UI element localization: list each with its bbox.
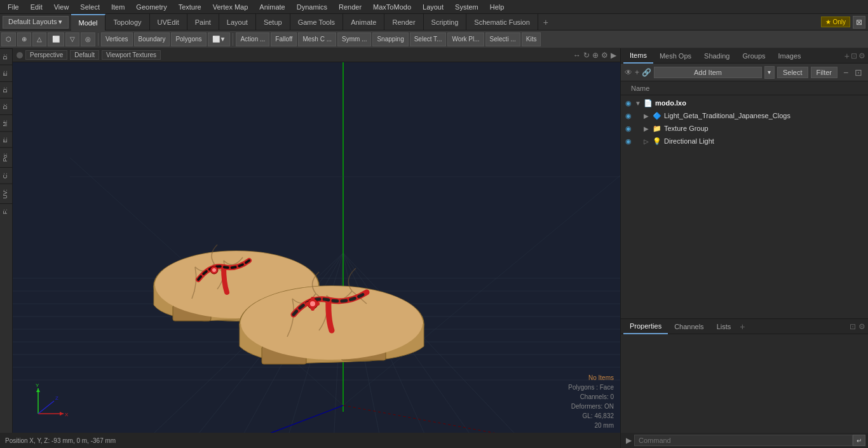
- viewport-settings-icon[interactable]: ⚙: [601, 51, 608, 60]
- viewport-textures-label[interactable]: Viewport Textures: [102, 50, 161, 60]
- menu-item-texture[interactable]: Texture: [173, 2, 207, 12]
- layout-tab-add[interactable]: +: [538, 15, 553, 29]
- star-only-button[interactable]: ★ Only: [821, 17, 850, 27]
- tab-items[interactable]: Items: [623, 48, 653, 64]
- layout-tab-scripting[interactable]: Scripting: [424, 14, 467, 31]
- tree-item-geta[interactable]: ◉ ▶ 🔷 Light_Geta_Traditional_Japanese_Cl…: [621, 109, 868, 122]
- filter-button[interactable]: Filter: [811, 67, 837, 78]
- viewport-zoom-icon[interactable]: ⊕: [592, 51, 599, 60]
- layout-tab-uvedit[interactable]: UVEdit: [150, 14, 187, 31]
- layout-tab-paint[interactable]: Paint: [187, 14, 219, 31]
- tree-item-modo-lxo[interactable]: ◉ ▼ 📄 modo.lxo: [621, 97, 868, 109]
- sidebar-tab-1[interactable]: E:: [0, 65, 12, 81]
- viewport-rotate-icon[interactable]: ↻: [583, 51, 590, 60]
- viewport-play-icon[interactable]: ▶: [611, 51, 616, 60]
- prop-expand-icon[interactable]: ⊡: [850, 322, 856, 331]
- tab-groups[interactable]: Groups: [736, 48, 771, 64]
- tree-add-icon[interactable]: +: [635, 68, 639, 77]
- sidebar-tab-5[interactable]: E:: [0, 132, 12, 148]
- tree-eye-modo[interactable]: ◉: [623, 98, 634, 108]
- panel-expand-icon[interactable]: ⊡: [851, 51, 857, 60]
- command-input[interactable]: [634, 435, 853, 446]
- layout-dropdown[interactable]: Default Layouts ▾: [3, 16, 69, 29]
- viewport-fit-icon[interactable]: ↔: [573, 51, 581, 60]
- viewport[interactable]: Perspective Default Viewport Textures ↔ …: [13, 48, 620, 433]
- layout-tab-schematic-fusion[interactable]: Schematic Fusion: [466, 14, 538, 31]
- command-submit[interactable]: ↵: [853, 435, 865, 446]
- vertex-mode[interactable]: ▽: [65, 32, 79, 46]
- tree-eye-toggle[interactable]: 👁: [625, 68, 632, 77]
- select-button[interactable]: Select: [777, 67, 808, 78]
- tree-expand-light[interactable]: ▷: [644, 138, 651, 145]
- layout-expand-icon[interactable]: ⊠: [853, 16, 865, 29]
- layout-tab-model[interactable]: Model: [71, 14, 106, 31]
- default-label[interactable]: Default: [70, 50, 99, 60]
- prop-tab-lists[interactable]: Lists: [710, 319, 738, 334]
- tab-mesh-ops[interactable]: Mesh Ops: [653, 48, 698, 64]
- menu-item-geometry[interactable]: Geometry: [131, 2, 172, 12]
- layout-tab-setup[interactable]: Setup: [256, 14, 290, 31]
- panel-settings-icon[interactable]: ⚙: [858, 51, 865, 60]
- sidebar-tab-7[interactable]: C:: [0, 167, 12, 184]
- polygon-mode[interactable]: △: [32, 32, 46, 46]
- menu-item-layout[interactable]: Layout: [417, 2, 449, 12]
- sidebar-tab-8[interactable]: UV:: [0, 184, 12, 204]
- vertices-btn[interactable]: Vertices: [101, 32, 133, 46]
- perspective-label[interactable]: Perspective: [25, 50, 67, 60]
- menu-item-item[interactable]: Item: [106, 2, 130, 12]
- tree-eye-geta[interactable]: ◉: [623, 111, 634, 121]
- tree-eye-light[interactable]: ◉: [623, 136, 634, 146]
- add-item-button[interactable]: Add Item: [654, 67, 762, 78]
- scene-tree[interactable]: ◉ ▼ 📄 modo.lxo ◉ ▶ 🔷 Light_Geta_Traditio…: [621, 95, 868, 318]
- selection-btn[interactable]: Selecti ...: [485, 32, 520, 46]
- edge-mode[interactable]: ⬜: [48, 32, 64, 46]
- prop-settings-icon[interactable]: ⚙: [858, 322, 865, 331]
- tree-expand-texture[interactable]: ▶: [644, 125, 651, 132]
- tree-eye-texture[interactable]: ◉: [623, 123, 634, 133]
- menu-item-system[interactable]: System: [450, 2, 484, 12]
- layout-tab-layout[interactable]: Layout: [219, 14, 256, 31]
- select-mode[interactable]: ⬡: [1, 32, 16, 46]
- sidebar-tab-4[interactable]: M:: [0, 114, 12, 132]
- menu-item-animate[interactable]: Animate: [254, 2, 290, 12]
- sidebar-tab-0[interactable]: D:: [0, 48, 12, 65]
- item-mode[interactable]: ◎: [81, 32, 95, 46]
- layout-tab-render[interactable]: Render: [384, 14, 423, 31]
- layout-tab-animate[interactable]: Animate: [343, 14, 384, 31]
- mesh-constraint-btn[interactable]: Mesh C ...: [298, 32, 336, 46]
- menu-item-help[interactable]: Help: [485, 2, 510, 12]
- menu-item-maxtomodo[interactable]: MaxToModo: [368, 2, 416, 12]
- kits-btn[interactable]: Kits: [522, 32, 541, 46]
- poly-dropdown[interactable]: ⬜▼: [208, 32, 231, 46]
- panel-minus-icon[interactable]: −: [840, 67, 851, 78]
- layout-tab-game-tools[interactable]: Game Tools: [290, 14, 344, 31]
- prop-tab-channels[interactable]: Channels: [668, 319, 710, 334]
- viewport-toggle-dot[interactable]: [17, 52, 23, 58]
- tree-item-light[interactable]: ◉ ▷ 💡 Directional Light: [621, 135, 868, 147]
- menu-item-select[interactable]: Select: [75, 2, 105, 12]
- menu-item-view[interactable]: View: [49, 2, 74, 12]
- falloff-btn[interactable]: Falloff: [271, 32, 297, 46]
- prop-tab-add[interactable]: +: [740, 322, 745, 332]
- tree-expand-geta[interactable]: ▶: [644, 112, 651, 119]
- sidebar-tab-6[interactable]: Po:: [0, 147, 12, 167]
- tree-item-texture[interactable]: ◉ ▶ 📁 Texture Group: [621, 122, 868, 135]
- polygons-btn[interactable]: Polygons: [171, 32, 206, 46]
- sidebar-tab-2[interactable]: D:: [0, 81, 12, 98]
- select-tool-btn[interactable]: Select T...: [410, 32, 447, 46]
- tree-link-icon[interactable]: 🔗: [642, 68, 651, 77]
- viewport-canvas[interactable]: X Y Z No Items Polygons : Face Channels:…: [13, 62, 620, 433]
- tab-shading[interactable]: Shading: [698, 48, 736, 64]
- menu-item-vertex-map[interactable]: Vertex Map: [208, 2, 254, 12]
- menu-item-dynamics[interactable]: Dynamics: [292, 2, 332, 12]
- layout-tab-topology[interactable]: Topology: [105, 14, 149, 31]
- panel-expand2-icon[interactable]: ⊡: [853, 67, 864, 78]
- prop-tab-properties[interactable]: Properties: [623, 319, 668, 334]
- tree-expand-modo[interactable]: ▼: [635, 100, 642, 107]
- action-btn[interactable]: Action ...: [236, 32, 269, 46]
- snapping-btn[interactable]: Snapping: [372, 32, 408, 46]
- boundary-btn[interactable]: Boundary: [134, 32, 170, 46]
- sidebar-tab-3[interactable]: D:: [0, 98, 12, 114]
- tab-add-icon[interactable]: +: [844, 51, 850, 61]
- work-plane-btn[interactable]: Work Pl...: [447, 32, 484, 46]
